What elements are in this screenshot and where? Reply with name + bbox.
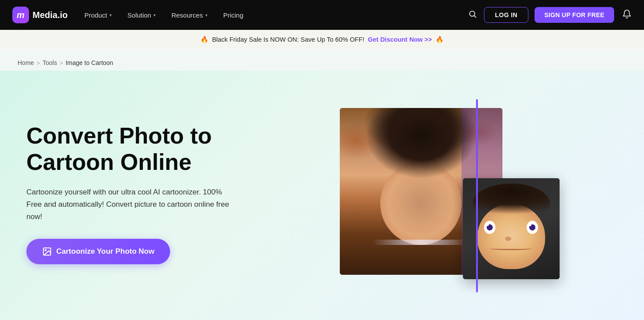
breadcrumb: Home > Tools > Image to Cartoon — [0, 50, 644, 71]
hero-description: Cartoonize yourself with our ultra cool … — [26, 186, 237, 223]
hero-image-area — [273, 101, 626, 286]
logo-icon: m — [12, 7, 29, 23]
comparison-divider — [476, 99, 478, 292]
svg-point-3 — [45, 249, 46, 251]
banner-text: Black Friday Sale Is NOW ON: Save Up To … — [212, 36, 364, 43]
chevron-down-icon: ▾ — [205, 13, 207, 18]
nav-resources[interactable]: Resources ▾ — [164, 8, 215, 22]
fire-icon-right: 🔥 — [436, 36, 444, 43]
chevron-down-icon: ▾ — [153, 13, 156, 18]
hero-title: Convert Photo to Cartoon Online — [26, 123, 273, 176]
breadcrumb-sep-1: > — [36, 60, 40, 66]
nav-pricing[interactable]: Pricing — [216, 8, 251, 22]
svg-line-1 — [474, 15, 476, 17]
chevron-down-icon: ▾ — [109, 13, 112, 18]
breadcrumb-current: Image to Cartoon — [65, 59, 113, 66]
hero-section: Convert Photo to Cartoon Online Cartooni… — [0, 71, 644, 320]
notification-bell-icon[interactable] — [622, 9, 632, 21]
breadcrumb-sep-2: > — [60, 60, 63, 66]
login-button[interactable]: LOG IN — [484, 7, 528, 23]
discount-link[interactable]: Get Discount Now >> — [368, 36, 432, 43]
image-comparison — [340, 108, 560, 279]
brand-name: Media.io — [33, 10, 68, 20]
signup-button[interactable]: SIGN UP FOR FREE — [535, 7, 614, 23]
nav-solution[interactable]: Solution ▾ — [120, 8, 163, 22]
image-icon — [42, 247, 52, 256]
fire-icon-left: 🔥 — [200, 36, 208, 43]
navbar: m Media.io Product ▾ Solution ▾ Resource… — [0, 0, 644, 30]
nav-product[interactable]: Product ▾ — [77, 8, 119, 22]
breadcrumb-tools[interactable]: Tools — [43, 59, 57, 66]
cartoonize-button[interactable]: Cartoonize Your Photo Now — [26, 239, 170, 264]
breadcrumb-home[interactable]: Home — [18, 59, 34, 66]
logo[interactable]: m Media.io — [12, 7, 68, 23]
promo-banner: 🔥 Black Friday Sale Is NOW ON: Save Up T… — [0, 30, 644, 50]
search-button[interactable] — [463, 6, 482, 24]
hero-content: Convert Photo to Cartoon Online Cartooni… — [26, 123, 273, 264]
